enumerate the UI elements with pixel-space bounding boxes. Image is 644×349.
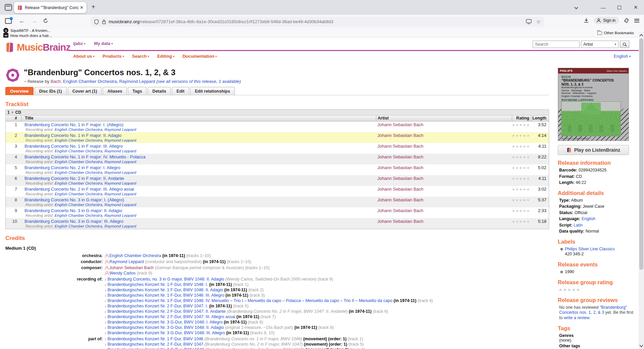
track-artist-link[interactable]: Johann Sebastian Bach (377, 187, 423, 192)
property-value[interactable]: English (582, 216, 595, 221)
table-row[interactable]: 5Brandenburg Concerto No. 2 in F major: … (6, 164, 549, 175)
musicbrainz-logo[interactable]: MusicBrainz (5, 42, 70, 53)
link[interactable]: Raymond Leppard (119, 79, 155, 84)
link[interactable]: Brandenburgisches Konzert Nr. 2 F-Dur, B… (108, 314, 235, 319)
maximize-icon[interactable] (618, 0, 621, 15)
link[interactable]: Brandenburgisches Konzert Nr. 2 F-Dur, B… (108, 342, 204, 347)
recording-artist-link[interactable]: English Chamber Orchestra, Raymond Leppa… (55, 170, 136, 174)
track-artist-link[interactable]: Johann Sebastian Bach (377, 176, 423, 181)
track-artist-link[interactable]: Johann Sebastian Bach (377, 122, 423, 127)
label-link[interactable]: Philips Silver Line Classics (565, 247, 615, 251)
table-row[interactable]: 3Brandenburg Concerto No. 1 in F major: … (6, 143, 549, 154)
language-selector[interactable]: English▾ (614, 54, 631, 59)
track-title-link[interactable]: Brandenburg Concerto No. 1 in F major: I… (24, 144, 123, 149)
rating-stars[interactable]: ★★★★★ (512, 143, 530, 148)
link[interactable]: Brandenburgisches Konzert Nr. 2 F-Dur, B… (108, 304, 208, 308)
scroll-down-icon[interactable] (639, 343, 643, 347)
new-tab-button[interactable]: + (91, 3, 95, 11)
link[interactable]: Brandenburgisches Konzert Nr. 1 F-Dur, B… (108, 282, 208, 287)
tab-edit-relationships[interactable]: Edit relationships (190, 87, 235, 95)
browser-tab[interactable]: Release ""Brandenburg" Concer ✕ (14, 2, 87, 13)
table-row[interactable]: 10Brandenburg Concerto No. 3 in G major:… (6, 218, 549, 229)
main-menu-about-us[interactable]: About us▾ (73, 54, 95, 59)
track-artist-link[interactable]: Johann Sebastian Bach (377, 144, 423, 149)
tab-overview[interactable]: Overview (5, 87, 34, 95)
track-artist-link[interactable]: Johann Sebastian Bach (377, 165, 423, 170)
link[interactable]: Brandenburgisches Konzert Nr. 3 G-Dur, B… (108, 325, 224, 330)
shield-icon[interactable] (94, 19, 99, 24)
scrollbar[interactable] (639, 32, 644, 349)
list-tabs-icon[interactable] (575, 0, 578, 15)
link[interactable]: Brandenburgisches Konzert Nr. 1 F-Dur, B… (108, 293, 224, 298)
link[interactable]: English Chamber Orchestra (63, 79, 117, 84)
table-row[interactable]: 7Brandenburg Concerto No. 2 in F major: … (6, 186, 549, 197)
download-icon[interactable] (584, 18, 589, 23)
link[interactable]: Brandenburgisches Konzert Nr. 3 G-Dur, B… (108, 320, 223, 325)
recording-artist-link[interactable]: English Chamber Orchestra, Raymond Leppa… (55, 181, 136, 185)
url-bar[interactable]: musicbrainz.org/release/072871ef-38ca-4b… (91, 17, 544, 27)
link[interactable]: Brandenburgisches Konzert Nr. 3 G-Dur, B… (108, 347, 204, 349)
tab-cover-art-1-[interactable]: Cover art (1) (68, 87, 102, 95)
firefox-view-icon[interactable] (5, 4, 12, 11)
track-artist-link[interactable]: Johann Sebastian Bach (377, 219, 423, 224)
track-artist-link[interactable]: Johann Sebastian Bach (377, 208, 423, 213)
bookmark-star-icon[interactable]: ☆ (536, 19, 541, 25)
back-icon[interactable]: ← (19, 17, 25, 24)
link[interactable]: English Chamber Orchestra (109, 253, 161, 258)
table-row[interactable]: 9Brandenburg Concerto No. 3 in G major: … (6, 207, 549, 218)
tab-tags[interactable]: Tags (128, 87, 147, 95)
rating-stars[interactable]: ★★★★★ (512, 197, 530, 202)
track-title-link[interactable]: Brandenburg Concerto No. 1 in F major: I… (24, 154, 146, 159)
main-menu-documentation[interactable]: Documentation▾ (182, 54, 217, 59)
recording-artist-link[interactable]: English Chamber Orchestra, Raymond Leppa… (55, 192, 136, 196)
scrollbar-thumb[interactable] (639, 38, 643, 270)
reload-icon[interactable] (43, 18, 48, 25)
recording-artist-link[interactable]: English Chamber Orchestra, Raymond Leppa… (55, 213, 136, 217)
play-on-listenbrainz-button[interactable]: Play on ListenBrainz (558, 145, 629, 155)
recording-artist-link[interactable]: English Chamber Orchestra, Raymond Leppa… (55, 149, 136, 153)
main-menu-products[interactable]: Products▾ (103, 54, 124, 59)
link[interactable]: Bach (51, 79, 61, 84)
link[interactable]: Raymond Leppard (109, 259, 144, 264)
rating-stars[interactable]: ★★★★★ (512, 121, 530, 127)
track-title-link[interactable]: Brandenburg Concerto No. 2 in F major: I… (24, 165, 120, 170)
table-row[interactable]: 6Brandenburg Concerto No. 2 in F major: … (6, 175, 549, 186)
track-artist-link[interactable]: Johann Sebastian Bach (377, 154, 423, 159)
user-menu-ijabz[interactable]: ijabz▾ (73, 41, 85, 46)
link[interactable]: Brandenburgisches Konzert Nr. 1 F-Dur, B… (108, 298, 392, 303)
track-title-link[interactable]: Brandenburg Concerto No. 2 in F major: I… (24, 176, 124, 181)
link[interactable]: Wendy Carlos (109, 271, 136, 276)
track-artist-link[interactable]: Johann Sebastian Bach (377, 197, 423, 202)
rating-stars[interactable]: ★★★★★ (512, 164, 530, 170)
rating-stars[interactable]: ★★★★★ (512, 186, 530, 191)
bookmark-item[interactable]: ooHow much does a hair... (3, 33, 52, 38)
recording-artist-link[interactable]: English Chamber Orchestra, Raymond Leppa… (55, 160, 136, 164)
tab-aliases[interactable]: Aliases (103, 87, 127, 95)
link[interactable]: (see all versions of this release, 1 ava… (156, 79, 241, 84)
track-artist-link[interactable]: Johann Sebastian Bach (377, 133, 423, 138)
search-type-select[interactable]: Artist▾ (581, 41, 619, 48)
link[interactable]: Brandenburgisches Konzert Nr. 3 G-Dur, B… (108, 331, 225, 335)
tab-close-icon[interactable]: ✕ (80, 5, 84, 10)
link[interactable]: Brandenburgisches Konzert Nr. 1 F-Dur, B… (108, 337, 204, 341)
rating-stars[interactable]: ★★★★★ (512, 154, 530, 159)
tab-disc-ids-1-[interactable]: Disc IDs (1) (35, 87, 67, 95)
track-title-link[interactable]: Brandenburg Concerto No. 3 in G major: I… (24, 208, 122, 213)
medium-row[interactable]: 1▼CD (6, 110, 549, 115)
tab-details[interactable]: Details (148, 87, 171, 95)
rating-stars[interactable]: ★★★★★ (512, 132, 530, 138)
table-row[interactable]: 8Brandenburg Concerto No. 3 in G major: … (6, 197, 549, 207)
bookmark-item[interactable]: QSquidWTF - A fronten... (3, 28, 52, 33)
collapse-icon[interactable]: ▼ (11, 111, 14, 114)
search-submit-button[interactable] (620, 41, 629, 48)
main-menu-editing[interactable]: Editing▾ (157, 54, 175, 59)
main-menu-search[interactable]: Search▾ (132, 54, 149, 59)
rating-stars[interactable]: ★★★★★ (512, 175, 530, 181)
save-page-icon[interactable] (526, 19, 532, 24)
recording-artist-link[interactable]: English Chamber Orchestra, Raymond Leppa… (55, 138, 136, 142)
track-title-link[interactable]: Brandenburg Concerto No. 1 in F major: I… (24, 122, 123, 127)
scroll-up-icon[interactable] (639, 34, 643, 38)
track-title-link[interactable]: Brandenburg Concerto No. 3 in G major: I… (24, 197, 124, 202)
link[interactable]: Brandenburg Concerto, no. 3 in G major, … (108, 277, 224, 282)
release-group-rating-stars[interactable]: ★★★★★ (558, 287, 635, 292)
